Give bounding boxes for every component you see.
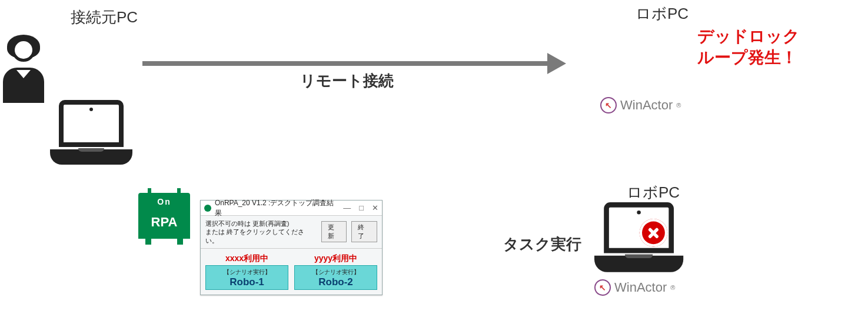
window-msg-line2: または 終了をクリックしてください。 (205, 228, 317, 245)
slot2-usage: yyyy利用中 (294, 253, 377, 264)
onrpa-icon: On RPA (138, 193, 190, 239)
window-app-icon (204, 205, 211, 212)
window-close-icon[interactable]: ✕ (372, 203, 378, 212)
deadlock-line2: ループ発生！ (697, 47, 800, 68)
winactor-text: WinActor (620, 98, 673, 113)
slot1-name: Robo-1 (208, 276, 285, 288)
slot2-tag: 【シナリオ実行】 (297, 268, 374, 276)
user-icon (3, 32, 44, 103)
source-pc-label: 接続元PC (71, 7, 138, 28)
deadlock-line1: デッドロック (697, 26, 800, 47)
window-msg-line1: 選択不可の時は 更新(再調査) (205, 219, 317, 228)
slot1-tag: 【シナリオ実行】 (208, 268, 285, 276)
onrpa-result-window: OnRPA_20 V1.2 :デスクトップ調査結果 — □ ✕ 選択不可の時は … (200, 200, 383, 295)
task-exec-label: タスク実行 (503, 234, 581, 255)
onrpa-on-label: On (141, 195, 188, 208)
robo-pc-label-top: ロボPC (636, 4, 689, 24)
source-laptop-icon (50, 100, 132, 165)
exit-button[interactable]: 終了 (351, 221, 377, 242)
winactor-logo-bottom: WinActor® (594, 279, 675, 296)
deadlock-text: デッドロック ループ発生！ (697, 26, 800, 69)
robo-slot-1[interactable]: xxxx利用中 【シナリオ実行】 Robo-1 (205, 253, 288, 290)
winactor-text-bottom: WinActor (614, 280, 667, 295)
slot2-name: Robo-2 (297, 276, 374, 288)
window-minimize-icon[interactable]: — (343, 203, 351, 212)
window-title: OnRPA_20 V1.2 :デスクトップ調査結果 (215, 198, 340, 218)
window-maximize-icon[interactable]: □ (359, 203, 364, 212)
winactor-logo: WinActor® (600, 97, 681, 113)
onrpa-text: RPA (141, 208, 188, 236)
update-button[interactable]: 更新 (321, 221, 347, 242)
arrow-label: リモート接続 (300, 71, 394, 91)
robo-laptop-top-icon (594, 202, 683, 272)
error-icon (640, 219, 668, 247)
slot1-usage: xxxx利用中 (205, 253, 288, 264)
robo-slot-2[interactable]: yyyy利用中 【シナリオ実行】 Robo-2 (294, 253, 377, 290)
robo-pc-label-bottom: ロボPC (627, 182, 680, 203)
